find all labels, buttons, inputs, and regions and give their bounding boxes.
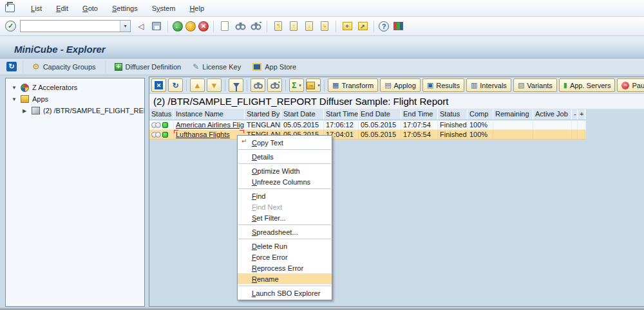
menu-item-delete-run[interactable]: Delete Run bbox=[238, 241, 332, 251]
column-header-instance-name[interactable]: Instance Name bbox=[174, 109, 245, 120]
menu-item-copy-text[interactable]: ↵Copy Text bbox=[238, 137, 332, 148]
status-cell[interactable] bbox=[149, 120, 174, 129]
column-header-end-time[interactable]: End Time bbox=[401, 109, 438, 120]
save-icon[interactable] bbox=[150, 20, 163, 33]
next-page-icon[interactable]: ↓ bbox=[303, 20, 316, 33]
status-cell[interactable] bbox=[149, 130, 174, 139]
comp-cell[interactable]: 100% bbox=[468, 130, 493, 139]
minus-cell[interactable] bbox=[572, 120, 578, 129]
menu-item-optimize-width[interactable]: Optimize Width bbox=[238, 165, 332, 176]
app-servers-button[interactable]: ▮App. Servers bbox=[559, 78, 616, 92]
pause-button[interactable]: −Pause bbox=[617, 78, 644, 92]
filter-button[interactable] bbox=[229, 78, 243, 92]
create-shortcut-icon[interactable]: ↗ bbox=[356, 20, 369, 33]
export-button[interactable]: →▾ bbox=[306, 78, 321, 92]
menu-edit[interactable]: Edit bbox=[49, 2, 75, 15]
column-header-started-by[interactable]: Started By bbox=[245, 109, 281, 120]
first-page-icon[interactable]: ↰ bbox=[272, 20, 285, 33]
start-time-cell[interactable]: 17:06:12 bbox=[324, 120, 359, 129]
find-grid-button[interactable] bbox=[251, 78, 265, 92]
last-page-icon[interactable]: ↳ bbox=[318, 20, 331, 33]
column-header-end-date[interactable]: End Date bbox=[359, 109, 401, 120]
menu-item-rename[interactable]: Rename bbox=[238, 273, 332, 284]
active-job-cell[interactable] bbox=[533, 130, 572, 139]
minus-cell[interactable] bbox=[572, 130, 578, 139]
app-store-button[interactable]: App Store bbox=[248, 61, 301, 73]
column-header-remaining[interactable]: Remaining bbox=[493, 109, 533, 120]
sort-descending-button[interactable]: ▼ bbox=[207, 78, 222, 92]
column-header-active-job[interactable]: Active Job bbox=[533, 109, 572, 120]
command-input[interactable] bbox=[21, 21, 120, 32]
customize-layout-icon[interactable] bbox=[392, 20, 404, 33]
menu-goto[interactable]: Goto bbox=[75, 2, 105, 15]
cancel-circle-icon[interactable]: ✕ bbox=[198, 21, 209, 32]
new-session-icon[interactable]: + bbox=[341, 20, 354, 33]
applog-button[interactable]: ▤Applog bbox=[380, 78, 421, 92]
remaining-cell[interactable] bbox=[493, 130, 533, 139]
active-job-cell[interactable] bbox=[533, 120, 572, 129]
end-date-cell[interactable]: 05.05.2015 bbox=[359, 130, 401, 139]
end-time-cell[interactable]: 17:07:54 bbox=[401, 120, 438, 129]
menu-item-set-filter[interactable]: Set Filter... bbox=[238, 212, 332, 223]
column-header-comp[interactable]: Comp bbox=[468, 109, 493, 120]
command-dropdown-icon[interactable]: ▾ bbox=[120, 21, 130, 32]
column-header-minus[interactable]: - bbox=[572, 109, 578, 120]
plus-cell[interactable] bbox=[578, 130, 585, 139]
refresh-button[interactable]: ↻ bbox=[5, 60, 18, 73]
menu-system[interactable]: System bbox=[145, 2, 183, 15]
table-row[interactable]: American Airlines Flights TENGLAND 05.05… bbox=[149, 120, 586, 130]
license-key-button[interactable]: ✎ License Key bbox=[188, 60, 245, 73]
print-icon[interactable] bbox=[218, 20, 231, 33]
expander-closed-icon[interactable]: ▶ bbox=[23, 108, 28, 114]
menu-help[interactable]: Help bbox=[182, 2, 211, 15]
enter-button[interactable]: ✓ bbox=[5, 21, 16, 32]
tree-item-apps[interactable]: ▼ Apps bbox=[6, 93, 144, 105]
sum-button[interactable]: Σ▾ bbox=[289, 78, 304, 92]
comp-cell[interactable]: 100% bbox=[468, 120, 493, 129]
capacity-groups-button[interactable]: ⚙ Capacity Groups bbox=[28, 60, 100, 73]
instance-link[interactable]: American Airlines Flights bbox=[176, 121, 245, 129]
menu-item-launch-sbo-explorer[interactable]: Launch SBO Explorer bbox=[238, 287, 332, 298]
menu-item-spreadsheet[interactable]: Spreadsheet... bbox=[238, 226, 332, 237]
help-icon[interactable]: ? bbox=[379, 21, 389, 32]
instance-name-cell-focused[interactable]: Lufthansa Flights bbox=[174, 130, 245, 139]
remaining-cell[interactable] bbox=[493, 120, 533, 129]
instance-link[interactable]: Lufthansa Flights bbox=[176, 131, 230, 138]
back-circle-icon[interactable]: ← bbox=[173, 21, 183, 32]
intervals-button[interactable]: ▥Intervals bbox=[466, 78, 511, 92]
previous-page-icon[interactable]: ↑ bbox=[287, 20, 300, 33]
find-icon[interactable] bbox=[234, 20, 247, 33]
menu-item-reprocess-error[interactable]: Reprocess Error bbox=[238, 262, 332, 273]
menu-settings[interactable]: Settings bbox=[105, 2, 145, 15]
transform-button[interactable]: ▦Transform bbox=[328, 78, 378, 92]
start-date-cell[interactable]: 05.05.2015 bbox=[281, 120, 324, 129]
column-header-status[interactable]: Status bbox=[149, 109, 174, 120]
end-time-cell[interactable]: 17:05:54 bbox=[401, 130, 438, 139]
status-text-cell[interactable]: Finished bbox=[438, 120, 468, 129]
variants-button[interactable]: ▧Variants bbox=[513, 78, 557, 92]
back-icon[interactable]: ◁ bbox=[135, 20, 147, 33]
tree-item-z-accelerators[interactable]: ▼ Z Accelerators bbox=[6, 82, 144, 93]
column-header-start-time[interactable]: Start Time bbox=[324, 109, 359, 120]
tree-item-sample-flight-report[interactable]: ▶ (2) /BTR/SAMPLE_FLIGHT_REPOR bbox=[6, 105, 144, 116]
column-header-plus[interactable]: + bbox=[578, 109, 585, 120]
find-next-grid-button[interactable] bbox=[267, 78, 282, 92]
diffuser-definition-button[interactable]: + Diffuser Definition bbox=[110, 61, 186, 73]
results-button[interactable]: ▣Results bbox=[422, 78, 464, 92]
column-header-status2[interactable]: Status bbox=[438, 109, 468, 120]
expander-open-icon[interactable]: ▼ bbox=[12, 96, 17, 102]
plus-cell[interactable] bbox=[578, 120, 585, 129]
system-menu-icon[interactable] bbox=[5, 4, 15, 12]
menu-item-unfreeze-columns[interactable]: Unfreeze Columns bbox=[238, 176, 332, 187]
table-row-selected[interactable]: Lufthansa Flights TENGLAND 05.05.2015 17… bbox=[149, 130, 586, 140]
close-grid-button[interactable]: ✕ bbox=[151, 78, 166, 92]
sort-ascending-button[interactable]: ▲ bbox=[190, 78, 205, 92]
menu-item-details[interactable]: Details bbox=[238, 151, 332, 162]
column-header-start-date[interactable]: Start Date bbox=[281, 109, 324, 120]
menu-item-find[interactable]: Find bbox=[238, 190, 332, 201]
expander-open-icon[interactable]: ▼ bbox=[12, 85, 17, 91]
status-text-cell[interactable]: Finished bbox=[438, 130, 468, 139]
find-next-icon[interactable] bbox=[249, 20, 262, 33]
exit-circle-icon[interactable]: ↑ bbox=[185, 21, 196, 32]
menu-item-force-error[interactable]: Force Error bbox=[238, 251, 332, 262]
